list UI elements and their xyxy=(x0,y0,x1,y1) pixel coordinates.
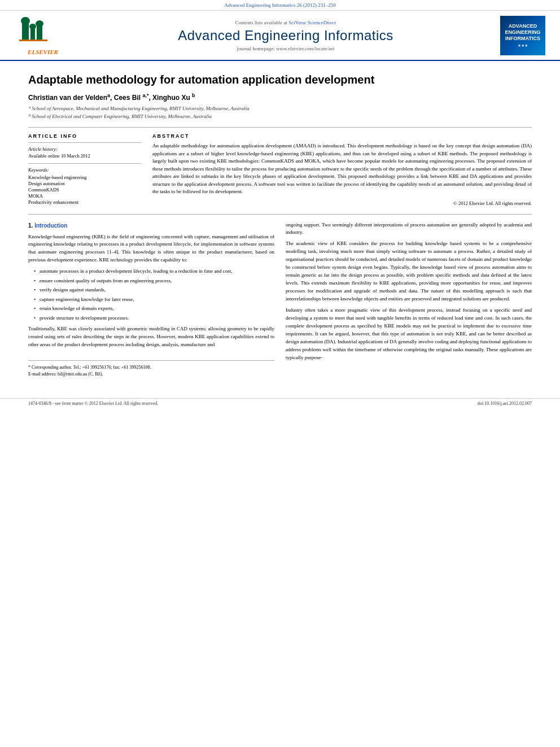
footer: 1474-0346/$ - see front matter © 2012 El… xyxy=(0,398,560,408)
body-right-col: ongoing support. Two seemingly different… xyxy=(286,221,532,378)
abstract-text: An adaptable methodology for automation … xyxy=(152,142,532,196)
paper-title: Adaptable methodology for automation app… xyxy=(28,72,532,87)
journal-bar: Advanced Engineering Informatics 26 (201… xyxy=(0,0,560,11)
footnote-area: * Corresponding author. Tel.: +61 399256… xyxy=(28,360,274,378)
keywords-label: Keywords: xyxy=(28,167,141,173)
kw-2: Design automation xyxy=(28,181,141,186)
right-para2: The academic view of KBE considers the p… xyxy=(286,240,532,303)
right-para3: Industry often takes a more pragmatic vi… xyxy=(286,307,532,362)
copyright-line: © 2012 Elsevier Ltd. All rights reserved… xyxy=(152,200,532,206)
kw-3: CommonKADS xyxy=(28,187,141,193)
history-label: Article history: xyxy=(28,146,141,152)
sciverse-line: Contents lists available at SciVerse Sci… xyxy=(82,20,489,25)
footnote-star: * Corresponding author. Tel.: +61 399256… xyxy=(28,364,274,371)
authors-line: Christian van der Veldena, Cees Bil a,*,… xyxy=(28,93,532,102)
article-info-column: ARTICLE INFO Article history: Available … xyxy=(28,133,141,206)
keywords-divider xyxy=(28,163,141,164)
right-para1: ongoing support. Two seemingly different… xyxy=(286,221,532,237)
bullet-4: capture engineering knowledge for later … xyxy=(35,296,274,304)
intro-bullet-list: automate processes in a product developm… xyxy=(35,268,274,322)
bullet-5: retain knowledge of domain experts, xyxy=(35,305,274,313)
kw-5: Productivity enhancement xyxy=(28,199,141,205)
body-divider xyxy=(28,214,532,215)
info-divider xyxy=(28,142,141,143)
bullet-1: automate processes in a product developm… xyxy=(35,268,274,276)
svg-point-3 xyxy=(21,17,30,25)
kw-4: MOKA xyxy=(28,193,141,199)
available-online: Available online 10 March 2012 xyxy=(28,153,141,159)
main-content: Adaptable methodology for automation app… xyxy=(0,61,560,389)
article-info-heading: ARTICLE INFO xyxy=(28,133,141,139)
journal-title: Advanced Engineering Informatics xyxy=(82,28,489,43)
abstract-column: ABSTRACT An adaptable methodology for au… xyxy=(152,133,532,206)
elsevier-logo-graphic xyxy=(19,15,67,46)
bullet-2: ensure consistent quality of outputs fro… xyxy=(35,277,274,285)
sciverse-link[interactable]: SciVerse ScienceDirect xyxy=(288,20,336,25)
elsevier-label: ELSEVIER xyxy=(28,49,58,55)
svg-point-5 xyxy=(36,20,43,27)
footer-issn: 1474-0346/$ - see front matter © 2012 El… xyxy=(28,401,158,406)
footer-doi: doi:10.1016/j.aei.2012.02.007 xyxy=(478,401,532,406)
logo-subtitle: ■ ■ ■ xyxy=(518,43,528,47)
intro-section-title[interactable]: Introduction xyxy=(34,222,67,229)
affiliation-a: ᵃ School of Aerospace, Mechanical and Ma… xyxy=(28,105,532,113)
info-abstract-section: ARTICLE INFO Article history: Available … xyxy=(28,133,532,206)
elsevier-logo-area: ELSEVIER xyxy=(9,15,77,55)
bullet-6: provide structure to development process… xyxy=(35,314,274,322)
body-left-col: 1. Introduction Knowledge-based engineer… xyxy=(28,221,274,378)
logo-title: ADVANCEDENGINEERINGINFORMATICS xyxy=(505,23,540,41)
svg-point-4 xyxy=(29,24,36,29)
intro-para1: Knowledge-based engineering (KBE) is the… xyxy=(28,233,274,265)
journal-homepage: journal homepage: www.elsevier.com/locat… xyxy=(82,46,489,51)
journal-citation: Advanced Engineering Informatics 26 (201… xyxy=(224,2,336,8)
intro-section-header: 1. Introduction xyxy=(28,221,274,230)
header-right: ADVANCEDENGINEERINGINFORMATICS ■ ■ ■ xyxy=(495,16,551,55)
journal-logo-box: ADVANCEDENGINEERINGINFORMATICS ■ ■ ■ xyxy=(500,16,545,55)
body-two-col: 1. Introduction Knowledge-based engineer… xyxy=(28,221,532,378)
page-header: ELSEVIER Contents lists available at Sci… xyxy=(0,11,560,61)
abstract-heading: ABSTRACT xyxy=(152,133,532,139)
header-divider xyxy=(28,127,532,128)
keywords-section: Keywords: Knowledge-based engineering De… xyxy=(28,167,141,205)
affiliation-b: ᵇ School of Electrical and Computer Engi… xyxy=(28,113,532,121)
bullet-3: verify designs against standards, xyxy=(35,286,274,294)
footnote-email: E-mail address: bil@rmit.edu.au (C. Bil)… xyxy=(28,371,274,378)
kw-1: Knowledge-based engineering xyxy=(28,174,141,180)
svg-rect-6 xyxy=(19,40,47,41)
header-center: Contents lists available at SciVerse Sci… xyxy=(77,20,495,51)
affiliations: ᵃ School of Aerospace, Mechanical and Ma… xyxy=(28,105,532,120)
intro-para2: Traditionally, KBE was closely associate… xyxy=(28,325,274,349)
